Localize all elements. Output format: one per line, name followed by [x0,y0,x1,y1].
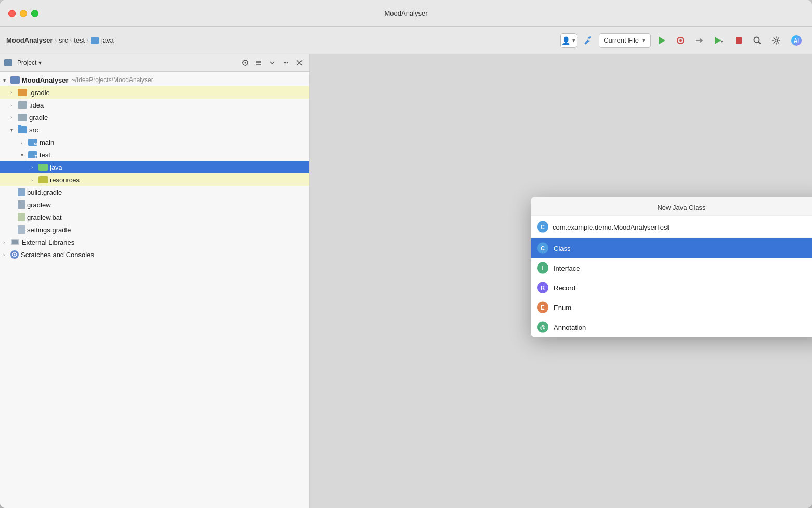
account-button[interactable]: 👤 ▼ [560,33,577,48]
dialog-item-class[interactable]: C Class [531,238,812,258]
svg-point-16 [245,62,246,63]
dialog-title: New Java Class [531,197,812,216]
svg-point-12 [775,39,778,42]
collapse-all-button[interactable] [253,57,265,69]
tree-label-settings-gradle: settings.gradle [27,226,71,234]
chevron-right-icon-scratches: › [3,252,9,258]
search-button[interactable] [750,33,765,48]
tree-label-moodanalyser: MoodAnalyser [22,76,69,84]
sidebar-tree[interactable]: ▾ MoodAnalyser ~/IdeaProjects/MoodAnalys… [0,72,309,508]
gear-icon [771,36,781,45]
close-button[interactable] [8,10,16,17]
sidebar-header-actions [240,57,305,69]
svg-rect-30 [12,240,18,244]
file-icon-build-gradle [18,188,25,196]
svg-line-11 [759,42,761,44]
tree-item-gradlew-bat[interactable]: gradlew.bat [0,211,309,223]
tree-item-gradle[interactable]: › gradle [0,111,309,124]
traffic-lights [8,10,38,17]
svg-point-4 [679,39,682,42]
project-label-text: Project [17,59,36,66]
minimize-button[interactable] [20,10,27,17]
tree-item-java[interactable]: › java [0,161,309,173]
expand-all-button[interactable] [267,57,278,69]
current-file-button[interactable]: Current File ▼ [599,33,651,48]
svg-marker-6 [700,38,703,43]
collapse-all-icon [255,59,263,66]
tree-item-build-gradle[interactable]: build.gradle [0,186,309,198]
svg-rect-0 [584,39,590,45]
locate-file-button[interactable] [240,57,251,69]
tree-item-gradle-hidden[interactable]: › .gradle [0,86,309,99]
breadcrumb-java-item[interactable]: java [91,36,114,44]
tree-item-resources[interactable]: › resources [0,173,309,186]
current-file-label: Current File [604,36,639,44]
dialog-item-interface[interactable]: I Interface [531,258,812,278]
run-button[interactable] [654,33,670,48]
breadcrumb-sep1: › [55,37,57,44]
svg-text:AI: AI [794,38,799,44]
sidebar-header: Project ▾ [0,54,309,72]
chevron-down-icon: ▾ [3,77,9,83]
folder-icon-main: M [28,139,37,146]
dialog-item-annotation[interactable]: @ Annotation [531,317,812,337]
annotation-item-label: Annotation [554,323,586,331]
chevron-down-icon-test: ▾ [21,152,27,158]
folder-icon-java [38,164,48,171]
tree-item-gradlew[interactable]: gradlew [0,198,309,211]
tree-item-test[interactable]: ▾ T test [0,149,309,161]
chevron-right-icon-extlibs: › [3,239,9,245]
tree-item-main[interactable]: › M main [0,136,309,149]
folder-icon-gradle [18,89,27,96]
new-java-class-dialog: New Java Class C C Class [531,197,812,337]
close-sidebar-button[interactable] [294,57,305,69]
chevron-right-icon-idea: › [10,102,17,108]
dialog-item-record[interactable]: R Record [531,278,812,298]
editor-area: New Java Class C C Class [310,54,812,508]
tree-item-settings-gradle[interactable]: settings.gradle [0,223,309,236]
tree-item-external-libs[interactable]: › External Libraries [0,236,309,248]
class-badge-label: C [541,224,545,230]
more-run-icon: ▾ [713,36,725,45]
dialog-item-enum[interactable]: E Enum [531,298,812,317]
build-button[interactable] [580,33,596,48]
hammer-icon [583,36,593,45]
chevron-right-icon-main: › [21,140,27,145]
tree-label-idea: .idea [29,101,44,109]
tree-item-moodanalyser[interactable]: ▾ MoodAnalyser ~/IdeaProjects/MoodAnalys… [0,74,309,86]
tree-item-idea[interactable]: › .idea [0,99,309,111]
tree-item-src[interactable]: ▾ src [0,124,309,136]
breadcrumb-test[interactable]: test [74,36,85,44]
annotation-badge: @ [537,322,548,333]
tree-label-gradlew-bat: gradlew.bat [27,213,62,221]
debug-button[interactable] [673,33,688,48]
dialog-input-row[interactable]: C [531,216,812,238]
maximize-button[interactable] [31,10,38,17]
breadcrumb-java: java [101,36,114,44]
svg-rect-1 [588,36,591,39]
options-button[interactable] [280,57,292,69]
coverage-button[interactable] [691,33,707,48]
project-header-chevron[interactable]: ▾ [38,59,42,66]
ai-icon: AI [790,34,803,47]
toolbar: MoodAnalyser › src › test › java 👤 ▼ [0,27,812,54]
tree-item-scratches[interactable]: › Scratches and Consoles [0,248,309,261]
ai-button[interactable]: AI [787,33,806,48]
folder-icon-root [10,76,20,84]
file-icon-gradlew-bat [18,213,25,221]
stop-button[interactable] [731,33,746,48]
more-run-button[interactable]: ▾ [710,33,728,48]
settings-button[interactable] [768,33,784,48]
class-badge: C [537,243,548,254]
breadcrumb-project[interactable]: MoodAnalyser [6,36,53,44]
project-icon [4,59,12,66]
app-window: MoodAnalyser MoodAnalyser › src › test ›… [0,0,812,508]
window-title: MoodAnalyser [384,9,427,17]
tree-label-main: main [40,139,54,146]
interface-badge: I [537,262,548,274]
user-icon: 👤 [561,36,570,45]
breadcrumb-sep3: › [87,37,89,44]
class-name-input[interactable] [553,223,812,231]
enum-item-label: Enum [554,303,571,311]
breadcrumb-src[interactable]: src [59,36,68,44]
